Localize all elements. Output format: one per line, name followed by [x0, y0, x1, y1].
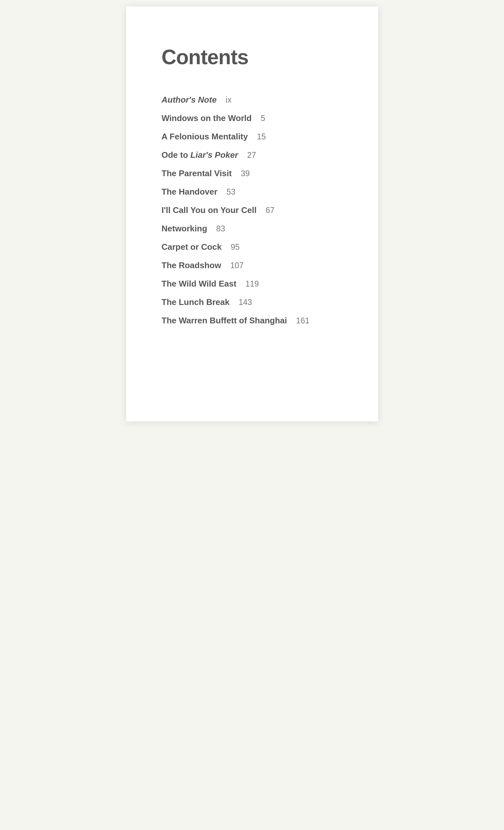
toc-item-networking: Networking 83	[162, 224, 346, 234]
toc-item-authors-note: Author's Note ix	[162, 95, 346, 105]
toc-item-the-handover: The Handover 53	[162, 187, 346, 197]
toc-page-ill-call-you-on-your-cell: 67	[265, 205, 275, 215]
toc-page-the-lunch-break: 143	[239, 297, 252, 307]
toc-title-the-wild-wild-east: The Wild Wild East	[162, 279, 237, 289]
toc-item-carpet-or-cock: Carpet or Cock 95	[162, 242, 346, 252]
toc-title-ode-normal: Ode to	[162, 150, 191, 160]
toc-item-the-warren-buffett-of-shanghai: The Warren Buffett of Shanghai 161	[162, 316, 346, 326]
toc-title-ill-call-you-on-your-cell: I'll Call You on Your Cell	[162, 205, 257, 215]
toc-page-networking: 83	[216, 224, 225, 233]
toc-title-the-handover: The Handover	[162, 187, 218, 197]
toc-title-liars-poker-italic: Liar's Poker	[190, 150, 238, 160]
toc-page-authors-note: ix	[225, 95, 231, 104]
toc-title-authors-note: Author's Note	[162, 95, 217, 105]
toc-title-the-warren-buffett-of-shanghai: The Warren Buffett of Shanghai	[162, 316, 287, 326]
toc-item-the-wild-wild-east: The Wild Wild East 119	[162, 279, 346, 289]
toc-title-the-roadshow: The Roadshow	[162, 260, 221, 270]
toc-title-networking: Networking	[162, 224, 208, 234]
toc-item-the-lunch-break: The Lunch Break 143	[162, 297, 346, 307]
toc-title-the-parental-visit: The Parental Visit	[162, 168, 232, 179]
toc-item-the-roadshow: The Roadshow 107	[162, 260, 346, 270]
toc-item-ill-call-you-on-your-cell: I'll Call You on Your Cell 67	[162, 205, 346, 215]
toc-item-ode-to-liars-poker: Ode to Liar's Poker 27	[162, 150, 346, 160]
toc-item-the-parental-visit: The Parental Visit 39	[162, 168, 346, 179]
toc-page-carpet-or-cock: 95	[231, 242, 240, 252]
page-title: Contents	[162, 45, 346, 69]
toc-item-a-felonious-mentality: A Felonious Mentality 15	[162, 132, 346, 142]
toc-title-carpet-or-cock: Carpet or Cock	[162, 242, 222, 252]
toc-page-the-parental-visit: 39	[241, 169, 250, 178]
toc-title-the-lunch-break: The Lunch Break	[162, 297, 230, 307]
toc-page-a-felonious-mentality: 15	[257, 132, 266, 141]
toc-page-windows-on-the-world: 5	[261, 114, 265, 123]
toc-item-windows-on-the-world: Windows on the World 5	[162, 113, 346, 123]
contents-page: Contents Author's Note ix Windows on the…	[126, 6, 378, 421]
toc-title-a-felonious-mentality: A Felonious Mentality	[162, 132, 248, 142]
toc-page-ode-to-liars-poker: 27	[247, 150, 256, 160]
toc-list: Author's Note ix Windows on the World 5 …	[162, 95, 346, 326]
toc-title-ode-to-liars-poker: Ode to Liar's Poker	[162, 150, 238, 160]
toc-page-the-handover: 53	[226, 187, 235, 196]
toc-page-the-wild-wild-east: 119	[246, 279, 259, 288]
toc-page-the-roadshow: 107	[230, 261, 244, 270]
toc-page-the-warren-buffett-of-shanghai: 161	[296, 316, 310, 325]
toc-title-windows-on-the-world: Windows on the World	[162, 113, 252, 123]
